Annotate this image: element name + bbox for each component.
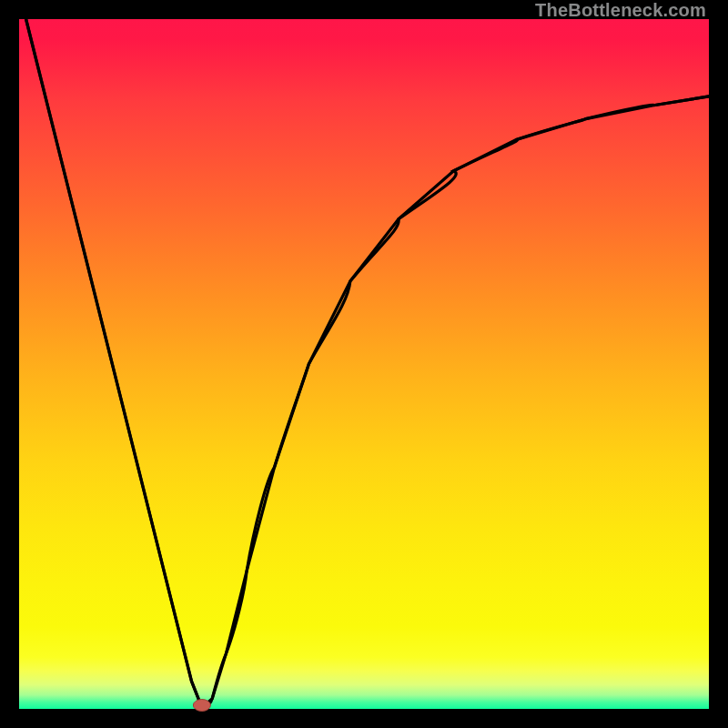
bottleneck-curve-path [26,19,709,707]
minimum-marker [193,700,210,712]
bottleneck-curve-line [26,19,709,707]
outer-frame: TheBottleneck.com [0,0,728,728]
watermark-text: TheBottleneck.com [535,0,706,21]
chart-svg [19,19,709,709]
